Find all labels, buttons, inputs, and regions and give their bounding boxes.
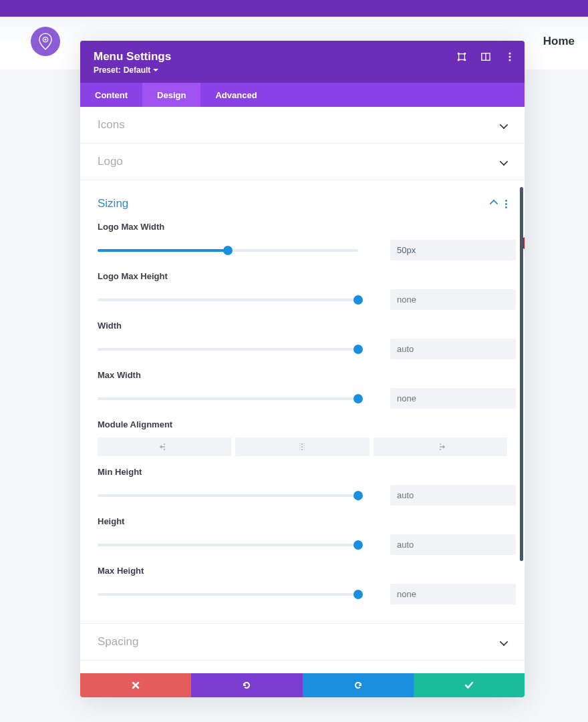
slider-max-height[interactable] [98, 593, 358, 596]
label-logo-max-width: Logo Max Width [98, 222, 507, 232]
slider-width[interactable] [98, 348, 358, 351]
field-width: Width [98, 321, 507, 359]
columns-icon[interactable] [480, 51, 491, 62]
site-logo[interactable] [31, 27, 60, 56]
top-accent-bar [0, 0, 588, 17]
redo-button[interactable] [303, 673, 414, 697]
section-title-spacing: Spacing [98, 635, 138, 649]
field-logo-max-height: Logo Max Height [98, 271, 507, 310]
label-height: Height [98, 516, 507, 526]
field-height: Height [98, 516, 507, 555]
input-width[interactable] [390, 339, 516, 359]
field-module-alignment: Module Alignment [98, 419, 507, 456]
chevron-up-icon [490, 200, 498, 208]
slider-height[interactable] [98, 544, 358, 546]
redo-icon [353, 681, 363, 690]
svg-rect-3 [458, 53, 460, 55]
undo-icon [242, 681, 251, 690]
preset-value: Default [124, 65, 151, 75]
tab-content[interactable]: Content [80, 83, 142, 107]
check-icon [464, 681, 474, 689]
slider-thumb[interactable] [353, 295, 363, 305]
align-center-icon [297, 443, 307, 451]
save-button[interactable] [414, 673, 525, 697]
slider-thumb[interactable] [223, 246, 233, 255]
section-sizing-body: Logo Max Width 1 Logo Max Height [80, 222, 525, 623]
align-right-button[interactable] [374, 437, 507, 456]
slider-thumb[interactable] [353, 590, 363, 599]
caret-down-icon [153, 69, 158, 71]
label-max-width: Max Width [98, 370, 507, 380]
section-sizing[interactable]: Sizing [80, 180, 525, 222]
svg-point-10 [509, 56, 511, 58]
section-icons[interactable]: Icons [80, 107, 525, 144]
input-logo-max-width[interactable] [390, 240, 516, 260]
modal-body: Icons Logo Sizing Logo Max Width [80, 107, 525, 673]
svg-rect-4 [464, 53, 466, 55]
modal-header: Menu Settings Preset: Default [80, 41, 525, 83]
undo-button[interactable] [191, 673, 302, 697]
field-logo-max-width: Logo Max Width 1 [98, 222, 507, 260]
svg-rect-2 [459, 54, 465, 60]
field-max-height: Max Height [98, 566, 507, 604]
label-max-height: Max Height [98, 566, 507, 576]
svg-point-9 [509, 53, 511, 55]
section-options-icon[interactable] [505, 200, 507, 208]
svg-point-11 [509, 59, 511, 61]
slider-logo-max-height[interactable] [98, 299, 358, 301]
scrollbar[interactable] [520, 187, 523, 561]
tab-advanced[interactable]: Advanced [200, 83, 271, 107]
label-min-height: Min Height [98, 467, 507, 477]
section-logo[interactable]: Logo [80, 144, 525, 180]
pin-icon [38, 33, 53, 50]
slider-thumb[interactable] [353, 540, 363, 550]
input-max-height[interactable] [390, 584, 516, 604]
more-icon[interactable] [504, 51, 515, 62]
align-center-button[interactable] [235, 437, 369, 456]
section-title-border: Border [98, 672, 132, 673]
section-title-logo: Logo [98, 155, 123, 168]
slider-thumb[interactable] [353, 394, 363, 403]
tab-design[interactable]: Design [142, 83, 200, 107]
modal-title: Menu Settings [94, 50, 511, 63]
settings-modal: Menu Settings Preset: Default Content De… [80, 41, 525, 697]
label-module-alignment: Module Alignment [98, 419, 507, 429]
expand-icon[interactable] [456, 51, 467, 62]
modal-footer [80, 673, 525, 697]
input-height[interactable] [390, 534, 516, 555]
slider-thumb[interactable] [353, 345, 363, 354]
chevron-down-icon [500, 121, 508, 130]
slider-logo-max-width[interactable] [98, 249, 358, 252]
field-min-height: Min Height [98, 467, 507, 506]
align-right-icon [436, 443, 445, 451]
close-icon [132, 681, 140, 689]
section-title-icons: Icons [98, 118, 125, 132]
slider-thumb[interactable] [353, 491, 363, 500]
slider-max-width[interactable] [98, 397, 358, 400]
preset-dropdown[interactable]: Preset: Default [94, 65, 511, 75]
input-max-width[interactable] [390, 388, 516, 409]
section-spacing[interactable]: Spacing [80, 623, 525, 661]
section-border[interactable]: Border [80, 661, 525, 673]
modal-tabs: Content Design Advanced [80, 83, 525, 107]
field-max-width: Max Width [98, 370, 507, 409]
label-width: Width [98, 321, 507, 331]
preset-label: Preset: [94, 65, 121, 75]
cancel-button[interactable] [80, 673, 191, 697]
input-min-height[interactable] [390, 485, 516, 506]
section-title-sizing: Sizing [98, 197, 128, 210]
svg-point-1 [45, 39, 47, 41]
label-logo-max-height: Logo Max Height [98, 271, 507, 281]
slider-min-height[interactable] [98, 494, 358, 497]
input-logo-max-height[interactable] [390, 289, 516, 310]
svg-rect-5 [458, 59, 460, 61]
chevron-down-icon [500, 158, 508, 166]
svg-rect-6 [464, 59, 466, 61]
align-left-icon [160, 443, 169, 451]
chevron-down-icon [500, 638, 508, 647]
nav-home-link[interactable]: Home [543, 35, 575, 48]
align-left-button[interactable] [98, 437, 231, 456]
